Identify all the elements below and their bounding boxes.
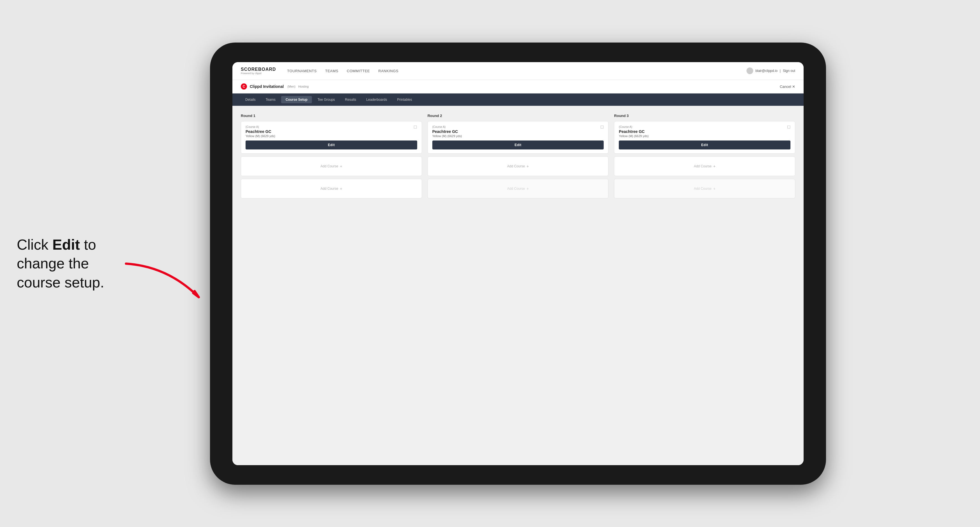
scoreboard-logo: SCOREBOARD Powered by clippd	[241, 67, 276, 75]
user-email: blair@clippd.io	[756, 69, 778, 73]
round-2-add-label-1: Add Course +	[507, 164, 529, 168]
round-2-add-course-1[interactable]: Add Course +	[428, 156, 609, 176]
round-2-add-plus-2: +	[527, 186, 529, 191]
round-3-course-card: ☐ (Course A) Peachtree GC Yellow (M) (66…	[614, 121, 795, 154]
round-1-add-course-1[interactable]: Add Course +	[241, 156, 422, 176]
gender-badge: (Men)	[286, 85, 295, 88]
round-1-add-course-2[interactable]: Add Course +	[241, 179, 422, 198]
tab-results[interactable]: Results	[340, 96, 361, 103]
round-2-course-label: (Course A)	[432, 125, 604, 129]
round-2-column: Round 2 ☐ (Course A) Peachtree GC Yellow…	[428, 114, 609, 201]
cancel-button[interactable]: Cancel ✕	[780, 84, 795, 89]
round-1-column: Round 1 ☐ (Course A) Peachtree GC Yellow…	[241, 114, 422, 201]
round-2-add-plus-1: +	[527, 164, 529, 168]
top-nav-right: blair@clippd.io | Sign out	[746, 67, 795, 74]
clippd-icon: C	[241, 83, 247, 90]
round-1-add-label-2: Add Course +	[321, 186, 342, 191]
round-3-delete-button[interactable]: ☐	[786, 124, 792, 130]
tab-tee-groups[interactable]: Tee Groups	[313, 96, 339, 103]
user-avatar	[746, 67, 753, 74]
round-3-add-course-1[interactable]: Add Course +	[614, 156, 795, 176]
sign-out-link[interactable]: Sign out	[783, 69, 795, 73]
round-1-title: Round 1	[241, 114, 422, 118]
round-3-title: Round 3	[614, 114, 795, 118]
round-1-course-label: (Course A)	[245, 125, 417, 129]
tab-course-setup[interactable]: Course Setup	[281, 96, 312, 103]
tabs-bar: Details Teams Course Setup Tee Groups Re…	[232, 94, 803, 106]
round-2-add-course-2: Add Course +	[428, 179, 609, 198]
logo-title: SCOREBOARD	[241, 67, 276, 72]
nav-link-teams[interactable]: TEAMS	[325, 69, 338, 73]
round-3-add-plus-2: +	[713, 186, 715, 191]
round-2-course-card: ☐ (Course A) Peachtree GC Yellow (M) (66…	[428, 121, 609, 154]
round-2-edit-button[interactable]: Edit	[432, 141, 604, 149]
tab-printables[interactable]: Printables	[393, 96, 416, 103]
main-content: Round 1 ☐ (Course A) Peachtree GC Yellow…	[232, 106, 803, 465]
nav-link-rankings[interactable]: RANKINGS	[378, 69, 398, 73]
top-nav: SCOREBOARD Powered by clippd TOURNAMENTS…	[232, 62, 803, 80]
round-1-course-details: Yellow (M) (6629 yds)	[245, 134, 417, 138]
round-1-add-plus-2: +	[340, 186, 342, 191]
round-2-course-name: Peachtree GC	[432, 129, 604, 134]
round-3-add-label-2: Add Course +	[694, 186, 716, 191]
arrow-indicator	[118, 261, 207, 312]
nav-link-committee[interactable]: COMMITTEE	[347, 69, 370, 73]
rounds-grid: Round 1 ☐ (Course A) Peachtree GC Yellow…	[241, 114, 795, 201]
hosting-badge: Hosting	[298, 85, 309, 88]
round-3-course-label: (Course A)	[619, 125, 791, 129]
logo-sub: Powered by clippd	[241, 72, 276, 75]
round-1-add-label-1: Add Course +	[321, 164, 342, 168]
round-1-edit-button[interactable]: Edit	[245, 141, 417, 149]
round-1-add-plus-1: +	[340, 164, 342, 168]
round-3-edit-button[interactable]: Edit	[619, 141, 791, 149]
tablet-device: SCOREBOARD Powered by clippd TOURNAMENTS…	[210, 43, 826, 485]
top-nav-links: TOURNAMENTS TEAMS COMMITTEE RANKINGS	[287, 69, 746, 73]
round-3-course-name: Peachtree GC	[619, 129, 791, 134]
round-2-delete-button[interactable]: ☐	[599, 124, 605, 130]
tab-details[interactable]: Details	[241, 96, 260, 103]
tournament-name: Clippd Invitational	[250, 84, 284, 89]
round-3-add-label-1: Add Course +	[694, 164, 716, 168]
instruction-bold: Edit	[52, 236, 80, 252]
round-3-column: Round 3 ☐ (Course A) Peachtree GC Yellow…	[614, 114, 795, 201]
round-1-course-name: Peachtree GC	[245, 129, 417, 134]
round-2-add-label-2: Add Course +	[507, 186, 529, 191]
tablet-screen: SCOREBOARD Powered by clippd TOURNAMENTS…	[232, 62, 803, 465]
tab-leaderboards[interactable]: Leaderboards	[362, 96, 391, 103]
round-3-course-details: Yellow (M) (6629 yds)	[619, 134, 791, 138]
round-2-course-details: Yellow (M) (6629 yds)	[432, 134, 604, 138]
round-1-course-card: ☐ (Course A) Peachtree GC Yellow (M) (66…	[241, 121, 422, 154]
tab-teams[interactable]: Teams	[261, 96, 280, 103]
nav-link-tournaments[interactable]: TOURNAMENTS	[287, 69, 317, 73]
round-1-delete-button[interactable]: ☐	[413, 124, 418, 130]
nav-separator: |	[780, 69, 781, 73]
tournament-bar: C Clippd Invitational (Men) Hosting Canc…	[232, 80, 803, 94]
round-3-add-plus-1: +	[713, 164, 715, 168]
round-3-add-course-2: Add Course +	[614, 179, 795, 198]
instruction-prefix: Click	[17, 236, 52, 252]
round-2-title: Round 2	[428, 114, 609, 118]
